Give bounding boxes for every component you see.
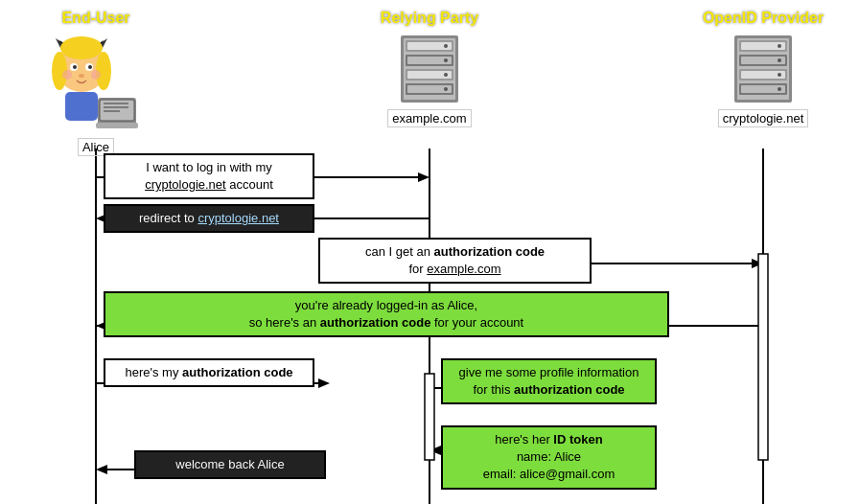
message-5: here's my authorization code	[104, 358, 314, 387]
rp-actor: Relying Party example.com	[355, 10, 504, 127]
alice-figure	[48, 31, 144, 136]
svg-point-51	[444, 58, 448, 62]
svg-marker-12	[318, 378, 330, 388]
svg-marker-16	[430, 446, 441, 455]
svg-marker-18	[96, 465, 107, 474]
op-label: OpenID Provider	[688, 10, 838, 27]
svg-rect-19	[425, 374, 434, 460]
message-7: here's her ID tokenname: Aliceemail: ali…	[441, 425, 657, 490]
svg-rect-20	[758, 254, 768, 460]
svg-point-32	[88, 65, 92, 69]
svg-point-57	[444, 87, 448, 91]
message-3: can I get an authorization codefor examp…	[318, 238, 592, 284]
rp-server-icon	[391, 31, 468, 107]
svg-point-68	[778, 73, 781, 77]
svg-marker-8	[752, 259, 763, 268]
svg-point-33	[62, 70, 72, 80]
svg-point-35	[79, 74, 84, 78]
rp-label: Relying Party	[355, 10, 504, 27]
svg-point-48	[444, 44, 448, 48]
message-1: I want to log in with my cryptologie.net…	[104, 153, 314, 199]
rp-sublabel: example.com	[387, 109, 471, 127]
message-6: give me some profile informationfor this…	[441, 358, 657, 404]
svg-point-34	[91, 70, 101, 80]
svg-point-26	[60, 36, 103, 59]
svg-point-65	[778, 58, 781, 62]
enduser-label: End-User	[29, 10, 163, 27]
diagram: End-User	[0, 0, 859, 504]
op-sublabel: cryptologie.net	[718, 109, 809, 127]
op-actor: OpenID Provider cryptologie.net	[688, 10, 838, 127]
message-4: you're already logged-in as Alice,so her…	[104, 291, 669, 337]
svg-point-31	[73, 65, 77, 69]
svg-marker-4	[418, 172, 430, 182]
svg-rect-36	[65, 92, 98, 121]
svg-point-71	[778, 87, 781, 91]
message-8: welcome back Alice	[134, 450, 326, 479]
svg-point-54	[444, 73, 448, 77]
enduser-actor: End-User	[29, 10, 163, 156]
svg-point-62	[778, 44, 781, 48]
message-2: redirect to cryptologie.net	[104, 204, 314, 233]
op-server-icon	[725, 31, 801, 107]
svg-rect-43	[96, 123, 138, 128]
